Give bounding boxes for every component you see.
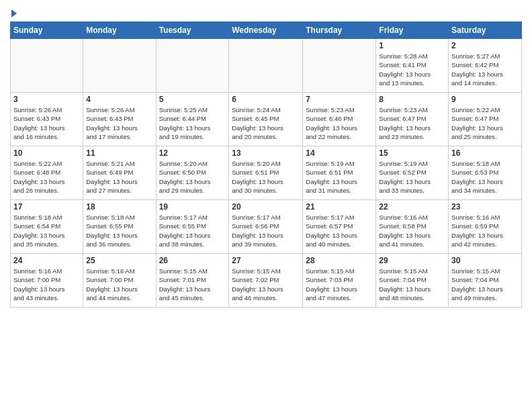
day-number: 1 [379,41,445,50]
week-row-3: 10Sunrise: 5:22 AMSunset: 6:48 PMDayligh… [11,146,522,200]
calendar-cell: 20Sunrise: 5:17 AMSunset: 6:56 PMDayligh… [229,200,303,254]
day-number: 22 [379,202,445,212]
day-number: 8 [379,95,445,104]
day-info: Sunrise: 5:17 AMSunset: 6:56 PMDaylight:… [232,213,300,248]
day-number: 20 [232,202,300,212]
calendar-cell: 13Sunrise: 5:20 AMSunset: 6:51 PMDayligh… [229,146,303,200]
logo-blue-text [10,9,17,17]
day-number: 13 [232,148,300,158]
week-row-2: 3Sunrise: 5:26 AMSunset: 6:43 PMDaylight… [11,93,522,146]
page-header [10,7,522,17]
day-info: Sunrise: 5:16 AMSunset: 6:59 PMDaylight:… [451,213,519,248]
calendar-cell: 18Sunrise: 5:18 AMSunset: 6:55 PMDayligh… [83,200,156,254]
calendar-cell: 25Sunrise: 5:16 AMSunset: 7:00 PMDayligh… [83,254,156,308]
day-number: 16 [451,148,519,158]
calendar-cell: 17Sunrise: 5:18 AMSunset: 6:54 PMDayligh… [11,200,83,254]
day-info: Sunrise: 5:19 AMSunset: 6:51 PMDaylight:… [306,159,373,195]
calendar-cell: 28Sunrise: 5:15 AMSunset: 7:03 PMDayligh… [303,254,376,308]
weekday-header-thursday: Thursday [303,22,376,39]
day-info: Sunrise: 5:26 AMSunset: 6:43 PMDaylight:… [13,105,80,141]
day-info: Sunrise: 5:16 AMSunset: 7:00 PMDaylight:… [13,267,80,302]
week-row-5: 24Sunrise: 5:16 AMSunset: 7:00 PMDayligh… [11,254,522,308]
weekday-header-wednesday: Wednesday [229,22,303,39]
day-info: Sunrise: 5:15 AMSunset: 7:03 PMDaylight:… [306,267,373,302]
day-info: Sunrise: 5:18 AMSunset: 6:53 PMDaylight:… [451,159,519,195]
day-number: 26 [159,256,226,265]
calendar-cell: 26Sunrise: 5:15 AMSunset: 7:01 PMDayligh… [156,254,229,308]
day-number: 21 [306,202,373,212]
day-info: Sunrise: 5:18 AMSunset: 6:55 PMDaylight:… [86,213,152,248]
weekday-header-friday: Friday [376,22,449,39]
calendar-cell: 11Sunrise: 5:21 AMSunset: 6:49 PMDayligh… [83,146,156,200]
day-number: 10 [13,148,80,158]
day-number: 27 [232,256,300,265]
calendar-cell: 6Sunrise: 5:24 AMSunset: 6:45 PMDaylight… [229,93,303,146]
day-number: 11 [86,148,152,158]
day-info: Sunrise: 5:25 AMSunset: 6:44 PMDaylight:… [159,105,226,141]
calendar-cell: 24Sunrise: 5:16 AMSunset: 7:00 PMDayligh… [11,254,83,308]
calendar-cell: 9Sunrise: 5:22 AMSunset: 6:47 PMDaylight… [449,93,522,146]
day-number: 23 [451,202,519,212]
calendar-cell: 14Sunrise: 5:19 AMSunset: 6:51 PMDayligh… [303,146,376,200]
day-info: Sunrise: 5:20 AMSunset: 6:51 PMDaylight:… [232,159,300,195]
calendar-cell: 8Sunrise: 5:23 AMSunset: 6:47 PMDaylight… [376,93,449,146]
calendar-cell: 30Sunrise: 5:15 AMSunset: 7:04 PMDayligh… [449,254,522,308]
calendar-cell: 27Sunrise: 5:15 AMSunset: 7:02 PMDayligh… [229,254,303,308]
calendar-cell: 5Sunrise: 5:25 AMSunset: 6:44 PMDaylight… [156,93,229,146]
day-number: 14 [306,148,373,158]
day-number: 12 [159,148,226,158]
calendar-cell: 10Sunrise: 5:22 AMSunset: 6:48 PMDayligh… [11,146,83,200]
day-info: Sunrise: 5:26 AMSunset: 6:43 PMDaylight:… [86,105,152,141]
calendar-table: SundayMondayTuesdayWednesdayThursdayFrid… [10,21,522,308]
day-info: Sunrise: 5:24 AMSunset: 6:45 PMDaylight:… [232,105,300,141]
day-number: 29 [379,256,445,265]
day-info: Sunrise: 5:15 AMSunset: 7:04 PMDaylight:… [451,267,519,302]
day-info: Sunrise: 5:20 AMSunset: 6:50 PMDaylight:… [159,159,226,195]
day-number: 18 [86,202,152,212]
day-number: 15 [379,148,445,158]
calendar-cell: 2Sunrise: 5:27 AMSunset: 6:42 PMDaylight… [449,39,522,93]
calendar-cell: 15Sunrise: 5:19 AMSunset: 6:52 PMDayligh… [376,146,449,200]
calendar-cell: 7Sunrise: 5:23 AMSunset: 6:46 PMDaylight… [303,93,376,146]
weekday-header-monday: Monday [83,22,156,39]
day-info: Sunrise: 5:21 AMSunset: 6:49 PMDaylight:… [86,159,152,195]
logo [10,9,17,17]
calendar-cell: 23Sunrise: 5:16 AMSunset: 6:59 PMDayligh… [449,200,522,254]
day-number: 3 [13,95,80,104]
calendar-cell [156,39,229,93]
calendar-cell [11,39,83,93]
day-info: Sunrise: 5:16 AMSunset: 7:00 PMDaylight:… [86,267,152,302]
calendar-cell: 1Sunrise: 5:28 AMSunset: 6:41 PMDaylight… [376,39,449,93]
day-number: 6 [232,95,300,104]
week-row-1: 1Sunrise: 5:28 AMSunset: 6:41 PMDaylight… [11,39,522,93]
day-info: Sunrise: 5:22 AMSunset: 6:47 PMDaylight:… [451,105,519,141]
calendar-cell: 3Sunrise: 5:26 AMSunset: 6:43 PMDaylight… [11,93,83,146]
calendar-cell: 29Sunrise: 5:15 AMSunset: 7:04 PMDayligh… [376,254,449,308]
day-info: Sunrise: 5:16 AMSunset: 6:58 PMDaylight:… [379,213,445,248]
day-info: Sunrise: 5:15 AMSunset: 7:01 PMDaylight:… [159,267,226,302]
week-row-4: 17Sunrise: 5:18 AMSunset: 6:54 PMDayligh… [11,200,522,254]
calendar-cell: 19Sunrise: 5:17 AMSunset: 6:55 PMDayligh… [156,200,229,254]
day-info: Sunrise: 5:28 AMSunset: 6:41 PMDaylight:… [379,52,445,87]
weekday-header-tuesday: Tuesday [156,22,229,39]
day-info: Sunrise: 5:22 AMSunset: 6:48 PMDaylight:… [13,159,80,195]
day-number: 30 [451,256,519,265]
day-number: 19 [159,202,226,212]
calendar-cell: 12Sunrise: 5:20 AMSunset: 6:50 PMDayligh… [156,146,229,200]
day-info: Sunrise: 5:15 AMSunset: 7:02 PMDaylight:… [232,267,300,302]
day-info: Sunrise: 5:23 AMSunset: 6:47 PMDaylight:… [379,105,445,141]
calendar-cell: 16Sunrise: 5:18 AMSunset: 6:53 PMDayligh… [449,146,522,200]
calendar-cell: 4Sunrise: 5:26 AMSunset: 6:43 PMDaylight… [83,93,156,146]
day-info: Sunrise: 5:27 AMSunset: 6:42 PMDaylight:… [451,52,519,87]
weekday-header-sunday: Sunday [11,22,83,39]
day-info: Sunrise: 5:17 AMSunset: 6:57 PMDaylight:… [306,213,373,248]
day-number: 7 [306,95,373,104]
day-info: Sunrise: 5:18 AMSunset: 6:54 PMDaylight:… [13,213,80,248]
day-number: 17 [13,202,80,212]
day-info: Sunrise: 5:23 AMSunset: 6:46 PMDaylight:… [306,105,373,141]
calendar-cell: 21Sunrise: 5:17 AMSunset: 6:57 PMDayligh… [303,200,376,254]
day-number: 4 [86,95,152,104]
calendar-cell [229,39,303,93]
calendar-cell [303,39,376,93]
weekday-header-saturday: Saturday [449,22,522,39]
